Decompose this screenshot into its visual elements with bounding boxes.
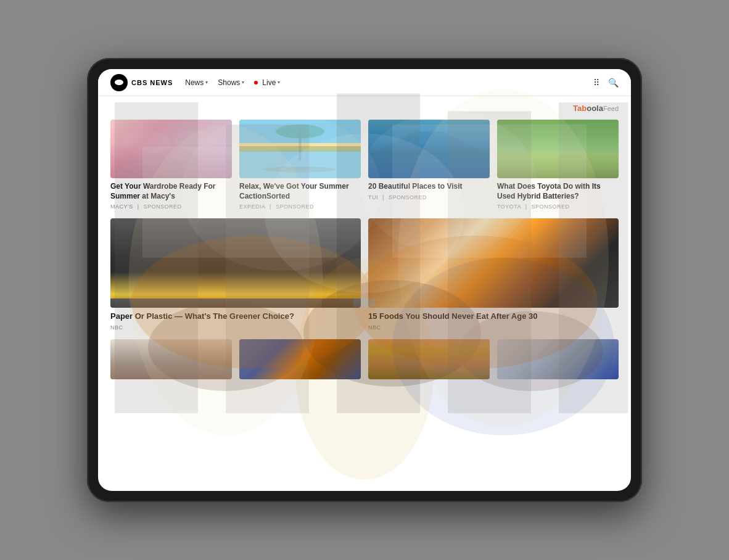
card-office[interactable] [497,339,619,383]
tablet-frame: CBS NEWS News ▾ Shows ▾ Live ▾ ⠿ [87,58,642,502]
tablet-screen: CBS NEWS News ▾ Shows ▾ Live ▾ ⠿ [98,69,631,491]
card-office-image [497,339,619,379]
content-area: TaboolaFeed Get Your Wardrobe Ready F [98,96,631,491]
office-photo [497,339,619,379]
bottom-cards-grid [110,339,619,383]
svg-point-27 [497,339,614,379]
